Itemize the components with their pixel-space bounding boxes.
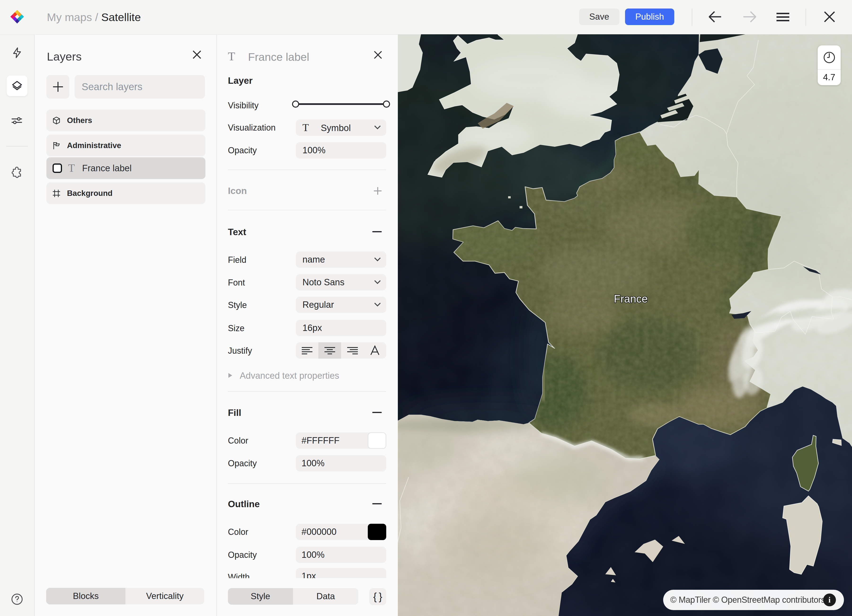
svg-text:France: France <box>614 293 648 305</box>
